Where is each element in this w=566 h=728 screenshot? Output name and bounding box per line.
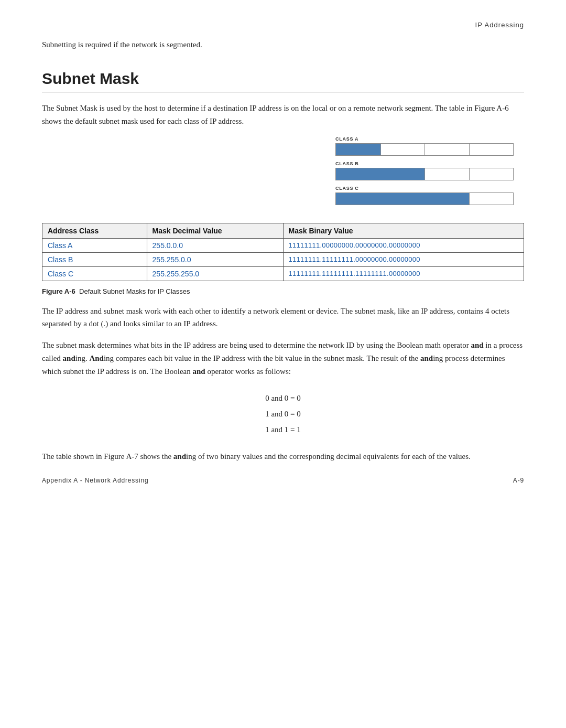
section-para2: The IP address and subnet mask work with… bbox=[42, 305, 524, 331]
section-para3: The subnet mask determines what bits in … bbox=[42, 339, 524, 378]
eq-line-3: 1 and 1 = 1 bbox=[42, 422, 524, 437]
cell-binary-0: 11111111.00000000.00000000.00000000 bbox=[283, 238, 524, 252]
class-b-blocks bbox=[335, 168, 514, 180]
class-a-block2 bbox=[380, 144, 425, 155]
page-footer: Appendix A - Network Addressing A-9 bbox=[42, 477, 524, 484]
class-b-block4 bbox=[469, 168, 514, 180]
footer-right: A-9 bbox=[513, 477, 524, 484]
subnet-mask-table: Address Class Mask Decimal Value Mask Bi… bbox=[42, 223, 524, 281]
col-header-decimal: Mask Decimal Value bbox=[147, 223, 283, 238]
cell-decimal-1: 255.255.0.0 bbox=[147, 252, 283, 266]
col-header-binary: Mask Binary Value bbox=[283, 223, 524, 238]
table-row: Class C 255.255.255.0 11111111.11111111.… bbox=[42, 266, 524, 281]
class-a-diagram: CLASS A bbox=[335, 136, 514, 156]
class-c-label: CLASS C bbox=[335, 186, 514, 191]
page: IP Addressing Subnetting is required if … bbox=[0, 0, 566, 503]
eq-line-1: 0 and 0 = 0 bbox=[42, 390, 524, 406]
boolean-equations: 0 and 0 = 0 1 and 0 = 0 1 and 1 = 1 bbox=[42, 390, 524, 437]
page-header: IP Addressing bbox=[42, 21, 524, 29]
class-b-label: CLASS B bbox=[335, 161, 514, 166]
intro-text: Subnetting is required if the network is… bbox=[42, 40, 202, 49]
figure-desc: Default Subnet Masks for IP Classes bbox=[79, 287, 190, 295]
class-b-block3 bbox=[424, 168, 469, 180]
class-c-blocks bbox=[335, 192, 514, 205]
table-row: Class B 255.255.0.0 11111111.11111111.00… bbox=[42, 252, 524, 266]
cell-binary-1: 11111111.11111111.00000000.00000000 bbox=[283, 252, 524, 266]
class-diagrams: CLASS A CLASS B CLASS C bbox=[42, 136, 524, 210]
class-b-diagram: CLASS B bbox=[335, 161, 514, 180]
class-b-block1-filled bbox=[336, 168, 424, 180]
intro-paragraph: Subnetting is required if the network is… bbox=[42, 38, 524, 51]
figure-caption: Figure A-6 Default Subnet Masks for IP C… bbox=[42, 287, 524, 295]
section-para1: The Subnet Mask is used by the host to d… bbox=[42, 102, 524, 128]
cell-class-0: Class A bbox=[42, 238, 147, 252]
class-c-block4 bbox=[469, 193, 514, 205]
class-a-block3 bbox=[424, 144, 469, 155]
header-text: IP Addressing bbox=[475, 21, 524, 29]
class-c-block1-filled bbox=[336, 193, 469, 205]
class-c-diagram: CLASS C bbox=[335, 186, 514, 205]
section-title: Subnet Mask bbox=[42, 70, 524, 92]
cell-binary-2: 11111111.11111111.11111111.00000000 bbox=[283, 266, 524, 281]
table-row: Class A 255.0.0.0 11111111.00000000.0000… bbox=[42, 238, 524, 252]
section-para4: The table shown in Figure A-7 shows the … bbox=[42, 450, 524, 463]
cell-class-1: Class B bbox=[42, 252, 147, 266]
eq-line-2: 1 and 0 = 0 bbox=[42, 406, 524, 422]
figure-label: Figure A-6 bbox=[42, 287, 77, 295]
class-a-blocks bbox=[335, 143, 514, 156]
class-a-block4 bbox=[469, 144, 514, 155]
cell-decimal-2: 255.255.255.0 bbox=[147, 266, 283, 281]
table-header-row: Address Class Mask Decimal Value Mask Bi… bbox=[42, 223, 524, 238]
cell-decimal-0: 255.0.0.0 bbox=[147, 238, 283, 252]
footer-left: Appendix A - Network Addressing bbox=[42, 477, 148, 484]
col-header-class: Address Class bbox=[42, 223, 147, 238]
class-a-label: CLASS A bbox=[335, 136, 514, 142]
cell-class-2: Class C bbox=[42, 266, 147, 281]
class-a-block1-filled bbox=[336, 144, 380, 155]
